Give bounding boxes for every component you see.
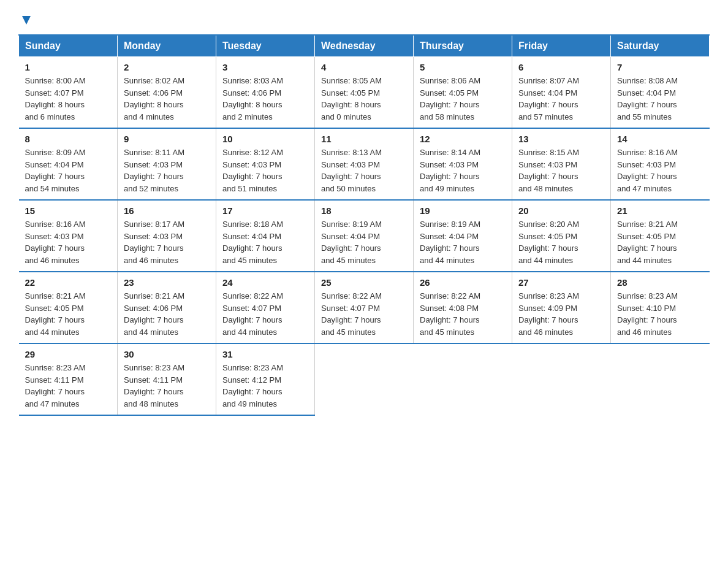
calendar-cell: 18Sunrise: 8:19 AMSunset: 4:04 PMDayligh… xyxy=(315,200,414,272)
day-info: Sunrise: 8:12 AMSunset: 4:03 PMDaylight:… xyxy=(222,147,308,194)
calendar-cell: 4Sunrise: 8:05 AMSunset: 4:05 PMDaylight… xyxy=(315,57,414,129)
calendar-cell xyxy=(414,343,512,415)
day-info: Sunrise: 8:06 AMSunset: 4:05 PMDaylight:… xyxy=(420,75,506,123)
day-number: 20 xyxy=(518,205,604,216)
day-info: Sunrise: 8:08 AMSunset: 4:04 PMDaylight:… xyxy=(617,75,703,123)
day-number: 1 xyxy=(25,62,112,72)
day-number: 9 xyxy=(124,134,210,144)
day-number: 28 xyxy=(617,277,703,288)
calendar-cell: 13Sunrise: 8:15 AMSunset: 4:03 PMDayligh… xyxy=(512,128,611,200)
week-row-2: 8Sunrise: 8:09 AMSunset: 4:04 PMDaylight… xyxy=(19,128,710,200)
day-info: Sunrise: 8:21 AMSunset: 4:05 PMDaylight:… xyxy=(25,290,112,338)
day-info: Sunrise: 8:09 AMSunset: 4:04 PMDaylight:… xyxy=(25,147,112,194)
week-row-5: 29Sunrise: 8:23 AMSunset: 4:11 PMDayligh… xyxy=(19,343,710,415)
day-info: Sunrise: 8:00 AMSunset: 4:07 PMDaylight:… xyxy=(25,75,112,123)
day-number: 31 xyxy=(222,349,308,359)
weekday-header-saturday: Saturday xyxy=(611,35,710,57)
calendar-cell: 17Sunrise: 8:18 AMSunset: 4:04 PMDayligh… xyxy=(216,200,315,272)
calendar-cell: 22Sunrise: 8:21 AMSunset: 4:05 PMDayligh… xyxy=(19,272,118,343)
day-info: Sunrise: 8:03 AMSunset: 4:06 PMDaylight:… xyxy=(222,75,308,123)
day-number: 29 xyxy=(25,349,112,359)
day-info: Sunrise: 8:07 AMSunset: 4:04 PMDaylight:… xyxy=(518,75,604,123)
day-number: 3 xyxy=(222,62,308,72)
day-info: Sunrise: 8:22 AMSunset: 4:08 PMDaylight:… xyxy=(420,290,506,338)
day-info: Sunrise: 8:11 AMSunset: 4:03 PMDaylight:… xyxy=(124,147,210,194)
weekday-header-sunday: Sunday xyxy=(19,35,118,57)
day-number: 6 xyxy=(518,62,604,72)
day-info: Sunrise: 8:17 AMSunset: 4:03 PMDaylight:… xyxy=(124,218,210,266)
week-row-1: 1Sunrise: 8:00 AMSunset: 4:07 PMDaylight… xyxy=(19,57,710,129)
calendar-cell: 26Sunrise: 8:22 AMSunset: 4:08 PMDayligh… xyxy=(414,272,512,343)
day-number: 23 xyxy=(124,277,210,288)
calendar-cell xyxy=(611,343,710,415)
logo-triangle-icon xyxy=(20,13,33,27)
day-number: 30 xyxy=(124,349,210,359)
day-info: Sunrise: 8:22 AMSunset: 4:07 PMDaylight:… xyxy=(222,290,308,338)
day-info: Sunrise: 8:19 AMSunset: 4:04 PMDaylight:… xyxy=(321,218,407,266)
weekday-header-friday: Friday xyxy=(512,35,611,57)
day-number: 11 xyxy=(321,134,407,144)
calendar-cell xyxy=(315,343,414,415)
day-info: Sunrise: 8:22 AMSunset: 4:07 PMDaylight:… xyxy=(321,290,407,338)
calendar-cell: 29Sunrise: 8:23 AMSunset: 4:11 PMDayligh… xyxy=(19,343,118,415)
weekday-header-tuesday: Tuesday xyxy=(216,35,315,57)
weekday-header-row: SundayMondayTuesdayWednesdayThursdayFrid… xyxy=(19,35,710,57)
day-number: 22 xyxy=(25,277,112,288)
page-header xyxy=(18,12,710,25)
day-info: Sunrise: 8:15 AMSunset: 4:03 PMDaylight:… xyxy=(518,147,604,194)
day-number: 13 xyxy=(518,134,604,144)
calendar-cell: 21Sunrise: 8:21 AMSunset: 4:05 PMDayligh… xyxy=(611,200,710,272)
calendar-cell: 24Sunrise: 8:22 AMSunset: 4:07 PMDayligh… xyxy=(216,272,315,343)
calendar-cell: 25Sunrise: 8:22 AMSunset: 4:07 PMDayligh… xyxy=(315,272,414,343)
calendar-cell: 20Sunrise: 8:20 AMSunset: 4:05 PMDayligh… xyxy=(512,200,611,272)
day-info: Sunrise: 8:20 AMSunset: 4:05 PMDaylight:… xyxy=(518,218,604,266)
calendar-cell: 28Sunrise: 8:23 AMSunset: 4:10 PMDayligh… xyxy=(611,272,710,343)
day-number: 12 xyxy=(420,134,506,144)
day-info: Sunrise: 8:14 AMSunset: 4:03 PMDaylight:… xyxy=(420,147,506,194)
calendar-cell: 16Sunrise: 8:17 AMSunset: 4:03 PMDayligh… xyxy=(118,200,216,272)
weekday-header-monday: Monday xyxy=(118,35,216,57)
svg-marker-0 xyxy=(22,16,31,25)
day-number: 8 xyxy=(25,134,112,144)
calendar-table: SundayMondayTuesdayWednesdayThursdayFrid… xyxy=(18,34,710,416)
calendar-cell: 15Sunrise: 8:16 AMSunset: 4:03 PMDayligh… xyxy=(19,200,118,272)
day-number: 15 xyxy=(25,205,112,216)
day-info: Sunrise: 8:23 AMSunset: 4:12 PMDaylight:… xyxy=(222,362,308,410)
calendar-cell: 23Sunrise: 8:21 AMSunset: 4:06 PMDayligh… xyxy=(118,272,216,343)
day-info: Sunrise: 8:13 AMSunset: 4:03 PMDaylight:… xyxy=(321,147,407,194)
week-row-3: 15Sunrise: 8:16 AMSunset: 4:03 PMDayligh… xyxy=(19,200,710,272)
calendar-cell: 14Sunrise: 8:16 AMSunset: 4:03 PMDayligh… xyxy=(611,128,710,200)
day-number: 21 xyxy=(617,205,703,216)
weekday-header-wednesday: Wednesday xyxy=(315,35,414,57)
logo xyxy=(18,12,33,25)
day-number: 4 xyxy=(321,62,407,72)
day-info: Sunrise: 8:21 AMSunset: 4:06 PMDaylight:… xyxy=(124,290,210,338)
calendar-cell xyxy=(512,343,611,415)
calendar-cell: 27Sunrise: 8:23 AMSunset: 4:09 PMDayligh… xyxy=(512,272,611,343)
calendar-cell: 9Sunrise: 8:11 AMSunset: 4:03 PMDaylight… xyxy=(118,128,216,200)
day-info: Sunrise: 8:16 AMSunset: 4:03 PMDaylight:… xyxy=(25,218,112,266)
calendar-cell: 19Sunrise: 8:19 AMSunset: 4:04 PMDayligh… xyxy=(414,200,512,272)
calendar-cell: 2Sunrise: 8:02 AMSunset: 4:06 PMDaylight… xyxy=(118,57,216,129)
calendar-cell: 7Sunrise: 8:08 AMSunset: 4:04 PMDaylight… xyxy=(611,57,710,129)
day-info: Sunrise: 8:23 AMSunset: 4:11 PMDaylight:… xyxy=(124,362,210,410)
calendar-cell: 11Sunrise: 8:13 AMSunset: 4:03 PMDayligh… xyxy=(315,128,414,200)
calendar-cell: 6Sunrise: 8:07 AMSunset: 4:04 PMDaylight… xyxy=(512,57,611,129)
day-info: Sunrise: 8:02 AMSunset: 4:06 PMDaylight:… xyxy=(124,75,210,123)
day-number: 26 xyxy=(420,277,506,288)
day-number: 14 xyxy=(617,134,703,144)
calendar-cell: 3Sunrise: 8:03 AMSunset: 4:06 PMDaylight… xyxy=(216,57,315,129)
day-info: Sunrise: 8:23 AMSunset: 4:11 PMDaylight:… xyxy=(25,362,112,410)
day-info: Sunrise: 8:16 AMSunset: 4:03 PMDaylight:… xyxy=(617,147,703,194)
calendar-cell: 8Sunrise: 8:09 AMSunset: 4:04 PMDaylight… xyxy=(19,128,118,200)
calendar-cell: 10Sunrise: 8:12 AMSunset: 4:03 PMDayligh… xyxy=(216,128,315,200)
calendar-cell: 30Sunrise: 8:23 AMSunset: 4:11 PMDayligh… xyxy=(118,343,216,415)
day-info: Sunrise: 8:19 AMSunset: 4:04 PMDaylight:… xyxy=(420,218,506,266)
day-number: 5 xyxy=(420,62,506,72)
day-number: 17 xyxy=(222,205,308,216)
day-number: 18 xyxy=(321,205,407,216)
day-number: 2 xyxy=(124,62,210,72)
day-number: 25 xyxy=(321,277,407,288)
day-number: 7 xyxy=(617,62,703,72)
calendar-cell: 12Sunrise: 8:14 AMSunset: 4:03 PMDayligh… xyxy=(414,128,512,200)
